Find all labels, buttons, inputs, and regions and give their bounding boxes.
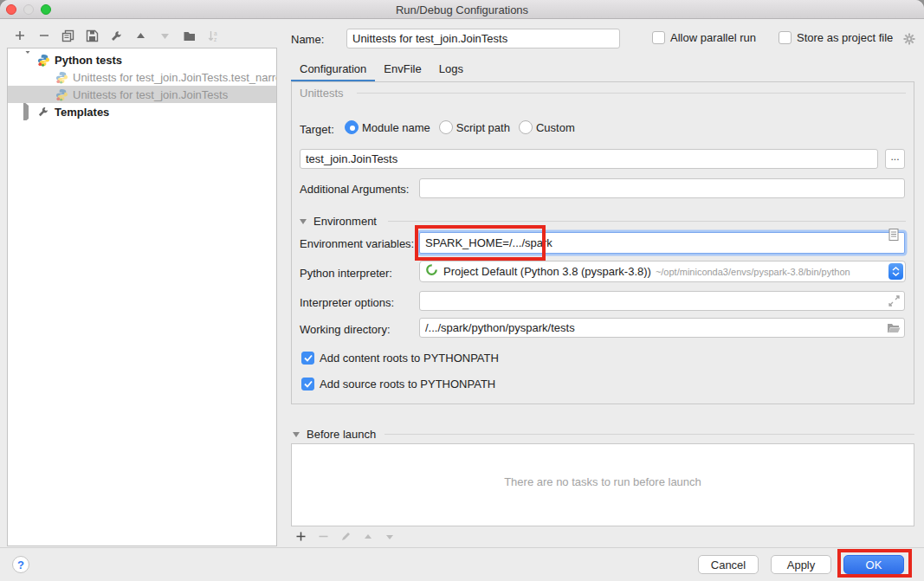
tree-item-unittest-narrow[interactable]: Unittests for test_join.JoinTests.test_n…	[8, 68, 276, 86]
environment-section-line	[388, 221, 906, 222]
interpreter-path: ~/opt/miniconda3/envs/pyspark-3.8/bin/py…	[656, 267, 888, 277]
add-task-icon[interactable]	[295, 530, 307, 545]
run-debug-configurations-dialog: Run/Debug Configurations az	[0, 0, 924, 581]
templates-wrench-icon	[37, 106, 50, 119]
interpreter-options-input[interactable]	[419, 291, 905, 311]
interpreter-name: Project Default (Python 3.8 (pyspark-3.8…	[443, 265, 651, 278]
before-launch-label: Before launch	[307, 428, 376, 441]
tree-item-unittest-jointests-selected[interactable]: Unittests for test_join.JoinTests	[8, 86, 276, 103]
configurations-tree: Python tests Unittests for test_join.Joi…	[7, 48, 277, 546]
additional-arguments-input[interactable]	[419, 178, 905, 198]
working-directory-input[interactable]	[419, 318, 905, 338]
combo-spinner-icon[interactable]	[888, 263, 903, 280]
no-tasks-message: There are no tasks to run before launch	[292, 475, 914, 488]
tree-item-python-tests[interactable]: Python tests	[8, 51, 276, 68]
apply-button[interactable]: Apply	[771, 555, 831, 574]
tree-item-label: Unittests for test_join.JoinTests	[73, 88, 228, 101]
annotation-env-vars-highlight	[415, 225, 546, 261]
radio-unselected-icon[interactable]	[439, 120, 453, 134]
target-module-input[interactable]	[300, 149, 878, 169]
tab-configuration[interactable]: Configuration	[291, 57, 375, 81]
copy-configuration-icon[interactable]	[61, 29, 75, 43]
python-interpreter-label: Python interpreter:	[300, 267, 392, 280]
checkbox-checked-icon[interactable]	[301, 352, 314, 365]
configurations-toolbar: az	[12, 27, 221, 44]
additional-arguments-label: Additional Arguments:	[300, 183, 409, 196]
tree-item-templates[interactable]: Templates	[8, 103, 276, 120]
tree-item-label: Python tests	[55, 54, 122, 67]
tree-item-label: Templates	[55, 106, 109, 119]
conda-env-icon	[425, 263, 438, 280]
move-task-down-icon	[384, 530, 395, 545]
add-configuration-icon[interactable]	[12, 29, 27, 43]
radio-module-name[interactable]: Module name	[345, 120, 430, 134]
python-tests-icon	[37, 54, 50, 67]
move-up-icon[interactable]	[133, 29, 148, 43]
move-down-icon	[158, 29, 172, 43]
save-configuration-icon[interactable]	[85, 29, 100, 43]
new-folder-icon[interactable]	[182, 29, 197, 43]
environment-variables-label: Environment variables:	[300, 237, 414, 250]
expand-field-icon[interactable]	[888, 294, 900, 310]
python-unittest-icon	[55, 71, 68, 84]
environment-collapse-icon[interactable]	[300, 219, 307, 224]
window-title: Run/Debug Configurations	[0, 3, 924, 16]
radio-label: Module name	[362, 121, 430, 134]
store-as-project-file-checkbox[interactable]: Store as project file	[779, 31, 893, 44]
edit-task-icon	[340, 530, 352, 545]
folder-icon[interactable]	[887, 321, 901, 337]
title-bar: Run/Debug Configurations	[0, 0, 924, 19]
radio-label: Script path	[456, 121, 510, 134]
svg-text:a: a	[214, 29, 217, 36]
target-radio-group: Module name Script path Custom	[345, 120, 575, 134]
annotation-ok-highlight	[837, 549, 912, 578]
browse-button[interactable]: ...	[885, 149, 905, 169]
help-button[interactable]: ?	[12, 556, 29, 573]
checkbox-checked-icon[interactable]	[301, 378, 314, 391]
radio-label: Custom	[536, 121, 575, 134]
unittests-section-line	[357, 93, 906, 94]
unittests-section-label: Unittests	[300, 87, 344, 100]
python-unittest-icon	[55, 88, 68, 101]
before-launch-line	[384, 434, 914, 435]
add-source-roots-label: Add source roots to PYTHONPATH	[320, 378, 495, 391]
target-label: Target:	[300, 123, 334, 136]
tree-item-label: Unittests for test_join.JoinTests.test_n…	[73, 71, 276, 84]
name-input[interactable]	[346, 29, 620, 48]
collapse-caret-icon[interactable]	[23, 54, 32, 67]
tab-envfile[interactable]: EnvFile	[375, 57, 430, 81]
python-interpreter-select[interactable]: Project Default (Python 3.8 (pyspark-3.8…	[419, 261, 906, 282]
checkbox-unchecked-icon[interactable]	[779, 31, 792, 44]
remove-configuration-icon[interactable]	[36, 29, 51, 43]
before-launch-tasks-list[interactable]: There are no tasks to run before launch	[291, 443, 914, 526]
environment-section-label: Environment	[313, 215, 377, 228]
radio-script-path[interactable]: Script path	[439, 120, 510, 134]
add-source-roots-checkbox[interactable]: Add source roots to PYTHONPATH	[301, 378, 495, 391]
sort-alphabetically-icon: az	[206, 29, 221, 43]
expand-caret-icon[interactable]	[23, 106, 32, 119]
interpreter-options-label: Interpreter options:	[300, 296, 394, 309]
allow-parallel-run-checkbox[interactable]: Allow parallel run	[652, 31, 756, 44]
radio-custom[interactable]: Custom	[519, 120, 575, 134]
allow-parallel-run-label: Allow parallel run	[670, 31, 756, 44]
browse-env-vars-icon[interactable]	[888, 229, 920, 245]
add-content-roots-checkbox[interactable]: Add content roots to PYTHONPATH	[301, 352, 499, 365]
edit-templates-icon[interactable]	[109, 29, 124, 43]
cancel-button[interactable]: Cancel	[698, 555, 759, 574]
checkbox-unchecked-icon[interactable]	[652, 31, 665, 44]
radio-selected-icon[interactable]	[345, 120, 359, 134]
working-directory-label: Working directory:	[300, 323, 391, 336]
gear-icon[interactable]	[902, 32, 916, 49]
remove-task-icon	[318, 530, 329, 545]
before-launch-collapse-icon[interactable]	[293, 432, 300, 437]
radio-unselected-icon[interactable]	[519, 120, 533, 134]
move-task-up-icon	[363, 530, 373, 545]
name-label: Name:	[291, 33, 324, 46]
footer-separator	[0, 547, 924, 548]
tab-logs[interactable]: Logs	[430, 57, 472, 81]
store-as-project-file-label: Store as project file	[797, 31, 893, 44]
add-content-roots-label: Add content roots to PYTHONPATH	[320, 352, 499, 365]
before-launch-toolbar	[295, 530, 395, 545]
config-tabs: Configuration EnvFile Logs	[291, 57, 472, 81]
svg-text:z: z	[214, 36, 216, 42]
